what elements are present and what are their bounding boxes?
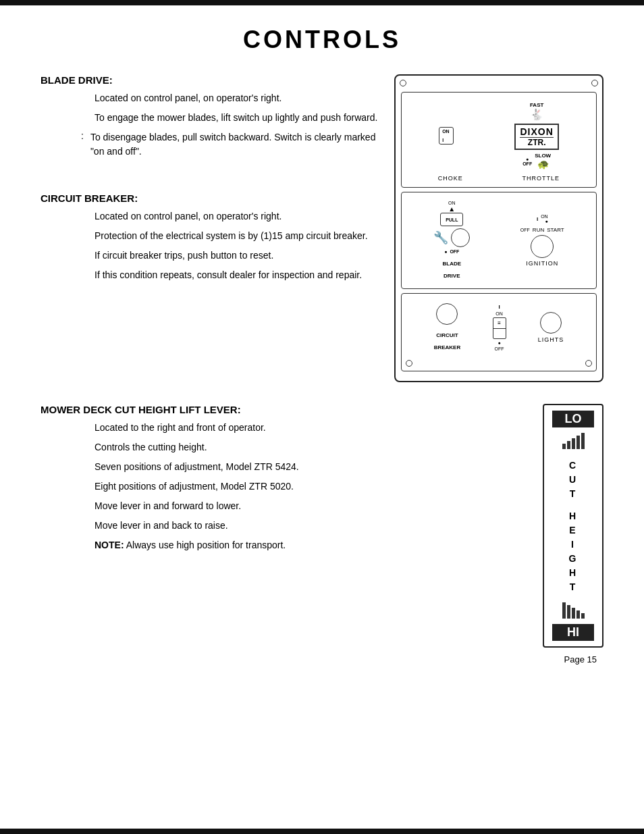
slow-label: SLOW <box>535 153 551 159</box>
choke-off-label: OFF <box>522 161 532 166</box>
corner-dot-br <box>585 360 592 367</box>
page-number-area: Page 15 <box>41 654 603 664</box>
ignition-circle <box>531 235 554 258</box>
lights-switch: ≡ <box>493 317 506 339</box>
choke-on-label: ON <box>442 129 450 134</box>
top-border <box>0 0 644 5</box>
ign-on-label: ON <box>541 214 548 219</box>
lights-on-top: ON <box>495 311 503 316</box>
colon-marker: : <box>81 130 84 159</box>
blade-drive-para3: To disengage blades, pull switch backwar… <box>90 130 381 159</box>
blade-drive-section: BLADE DRIVE: Located on control panel, o… <box>41 74 381 159</box>
corner-dot-bl <box>406 360 412 367</box>
choke-i-label: I <box>442 138 450 142</box>
bar5 <box>581 433 585 449</box>
blade-drive-heading: BLADE DRIVE: <box>41 74 381 86</box>
throttle-label: THROTTLE <box>522 175 560 182</box>
bar-bot4 <box>576 610 580 619</box>
page-number: Page 15 <box>564 654 597 664</box>
mower-deck-heading: MOWER DECK CUT HEIGHT LIFT LEVER: <box>41 404 529 415</box>
circuit-para1: Located on control panel, on operator's … <box>95 209 381 224</box>
blade-off-label: OFF <box>450 249 459 254</box>
blade-icon: 🔧 <box>433 232 448 244</box>
mower-deck-section: MOWER DECK CUT HEIGHT LIFT LEVER: Locate… <box>41 404 603 648</box>
mower-note: NOTE: Always use high position for trans… <box>95 538 529 552</box>
lights-i-label: I <box>498 304 500 310</box>
bar-bot3 <box>572 608 575 619</box>
cut-height-diagram: LO C U T <box>543 404 603 648</box>
circuit-breaker-diagram-label: CIRCUITBREAKER <box>434 332 461 350</box>
corner-dot-tl <box>400 80 406 86</box>
mower-para5: Move lever in and forward to lower. <box>95 499 529 513</box>
bar3 <box>572 438 575 449</box>
mower-para1: Located to the right and front of operat… <box>95 421 529 435</box>
bottom-border <box>0 829 644 834</box>
bar-chart-top <box>562 433 585 449</box>
blade-on-label: ON <box>448 201 456 205</box>
circuit-para4: If this condition repeats, consult deale… <box>95 268 381 282</box>
bar-chart-bottom <box>562 602 585 619</box>
ztr-text: ZTR. <box>520 138 553 147</box>
circuit-breaker-heading: CIRCUIT BREAKER: <box>41 192 381 204</box>
lights-off-label: OFF <box>495 346 504 351</box>
note-text: Always use high position for transport. <box>124 540 286 550</box>
choke-throttle-section: ON I FAST 🐇 <box>401 92 597 188</box>
cut-text: C U T <box>569 459 577 501</box>
circuit-breaker-section: CIRCUIT BREAKER: Located on control pane… <box>41 192 381 282</box>
choke-label: CHOKE <box>438 175 463 182</box>
dixon-text: DIXON <box>520 126 553 138</box>
height-text: H E I G H T <box>569 509 578 594</box>
mower-para4: Eight positions of adjustment, Model ZTR… <box>95 479 529 494</box>
mower-para3: Seven positions of adjustment, Model ZTR… <box>95 460 529 474</box>
dixon-logo: DIXON ZTR. <box>514 124 558 150</box>
fast-label: FAST <box>530 102 543 108</box>
corner-dot-tr <box>591 80 598 86</box>
bar-bot1 <box>562 602 566 619</box>
circuit-breaker-circle <box>436 303 458 325</box>
note-bold: NOTE: <box>95 540 124 550</box>
blade-drive-para2: To engage the mower blades, lift switch … <box>95 111 381 125</box>
pull-button: PULL <box>440 213 463 226</box>
turtle-icon: 🐢 <box>537 159 549 170</box>
bar-bot2 <box>567 605 570 619</box>
ign-off-label: OFF <box>520 228 530 232</box>
blade-circle-btn <box>451 228 470 247</box>
circuit-para2: Protection of the electrical system is b… <box>95 229 381 243</box>
bar4 <box>576 436 580 449</box>
bar-bot5 <box>581 613 585 619</box>
circuit-para3: If circuit breaker trips, push button to… <box>95 249 381 263</box>
ign-start-label: START <box>547 227 564 233</box>
page-title: CONTROLS <box>41 26 603 54</box>
blade-ignition-section: ON ▲ PULL <box>401 192 597 289</box>
control-panel-diagram: ON I FAST 🐇 <box>394 74 603 390</box>
hi-label: HI <box>552 624 594 641</box>
blade-drive-diagram-label: BLADE DRIVE <box>443 261 462 279</box>
lo-label: LO <box>552 411 594 427</box>
ignition-label: IGNITION <box>526 260 558 267</box>
lights-circle <box>540 312 562 334</box>
mower-para2: Controls the cutting height. <box>95 440 529 454</box>
rabbit-icon: 🐇 <box>530 108 543 121</box>
bar2 <box>567 441 570 449</box>
circuit-lights-section: CIRCUITBREAKER I ON ≡ <box>401 293 597 371</box>
ign-run-label: RUN <box>533 227 544 233</box>
bar1 <box>562 444 566 449</box>
mower-para6: Move lever in and back to raise. <box>95 519 529 533</box>
lights-label: LIGHTS <box>538 336 564 343</box>
blade-drive-para1: Located on control panel, on operator's … <box>95 91 381 105</box>
ign-i-label: I <box>537 216 538 222</box>
